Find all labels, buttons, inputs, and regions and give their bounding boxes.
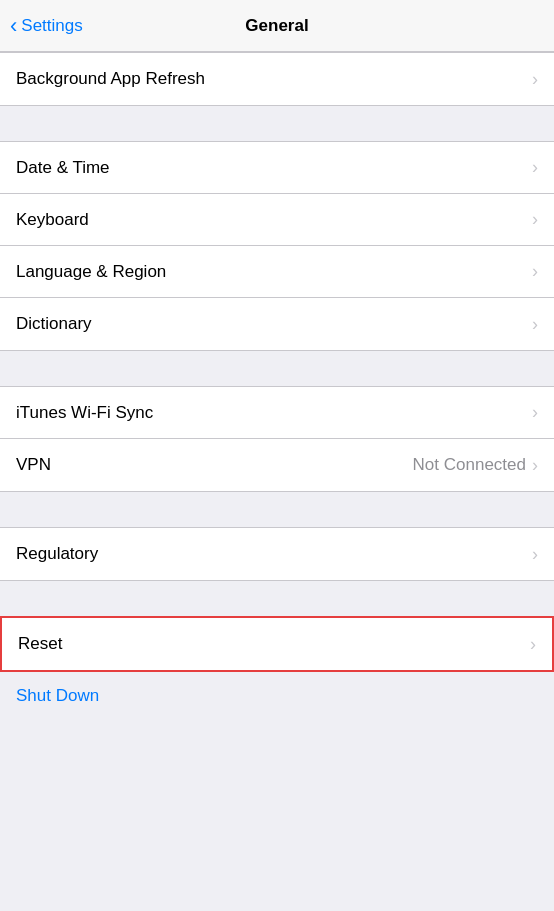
section-reset: Reset › xyxy=(2,618,552,670)
chevron-icon: › xyxy=(532,544,538,565)
chevron-icon: › xyxy=(532,157,538,178)
list-item-background-app-refresh[interactable]: Background App Refresh › xyxy=(0,53,554,105)
chevron-icon: › xyxy=(532,455,538,476)
shutdown-container: Shut Down xyxy=(0,672,554,720)
chevron-icon: › xyxy=(532,261,538,282)
list-item-itunes-wifi-sync[interactable]: iTunes Wi-Fi Sync › xyxy=(0,387,554,439)
list-item-language-region[interactable]: Language & Region › xyxy=(0,246,554,298)
item-label-background-app-refresh: Background App Refresh xyxy=(16,69,205,89)
item-label-vpn: VPN xyxy=(16,455,51,475)
item-label-itunes-wifi-sync: iTunes Wi-Fi Sync xyxy=(16,403,153,423)
section-date-keyboard: Date & Time › Keyboard › Language & Regi… xyxy=(0,141,554,351)
item-right-reset: › xyxy=(530,634,536,655)
reset-section-wrapper: Reset › xyxy=(0,616,554,672)
item-label-regulatory: Regulatory xyxy=(16,544,98,564)
chevron-icon: › xyxy=(532,69,538,90)
chevron-icon: › xyxy=(532,209,538,230)
list-item-dictionary[interactable]: Dictionary › xyxy=(0,298,554,350)
back-chevron-icon: ‹ xyxy=(10,15,17,37)
item-label-date-time: Date & Time xyxy=(16,158,110,178)
section-itunes-vpn: iTunes Wi-Fi Sync › VPN Not Connected › xyxy=(0,386,554,492)
vpn-status-value: Not Connected xyxy=(413,455,526,475)
list-item-reset[interactable]: Reset › xyxy=(2,618,552,670)
chevron-icon: › xyxy=(532,402,538,423)
item-label-language-region: Language & Region xyxy=(16,262,166,282)
list-item-regulatory[interactable]: Regulatory › xyxy=(0,528,554,580)
item-right-regulatory: › xyxy=(532,544,538,565)
separator-4 xyxy=(0,581,554,616)
back-label: Settings xyxy=(21,16,82,36)
item-right-keyboard: › xyxy=(532,209,538,230)
back-button[interactable]: ‹ Settings xyxy=(10,15,83,37)
navigation-bar: ‹ Settings General xyxy=(0,0,554,52)
list-item-keyboard[interactable]: Keyboard › xyxy=(0,194,554,246)
chevron-icon: › xyxy=(530,634,536,655)
list-item-date-time[interactable]: Date & Time › xyxy=(0,142,554,194)
item-right-background-app-refresh: › xyxy=(532,69,538,90)
item-right-language-region: › xyxy=(532,261,538,282)
separator-1 xyxy=(0,106,554,141)
item-right-date-time: › xyxy=(532,157,538,178)
item-right-dictionary: › xyxy=(532,314,538,335)
page-title: General xyxy=(245,16,308,36)
item-right-vpn: Not Connected › xyxy=(413,455,538,476)
chevron-icon: › xyxy=(532,314,538,335)
separator-2 xyxy=(0,351,554,386)
item-right-itunes-wifi-sync: › xyxy=(532,402,538,423)
item-label-keyboard: Keyboard xyxy=(16,210,89,230)
section-background: Background App Refresh › xyxy=(0,52,554,106)
item-label-dictionary: Dictionary xyxy=(16,314,92,334)
section-regulatory: Regulatory › xyxy=(0,527,554,581)
item-label-reset: Reset xyxy=(18,634,62,654)
shutdown-button[interactable]: Shut Down xyxy=(16,686,99,705)
separator-3 xyxy=(0,492,554,527)
list-item-vpn[interactable]: VPN Not Connected › xyxy=(0,439,554,491)
